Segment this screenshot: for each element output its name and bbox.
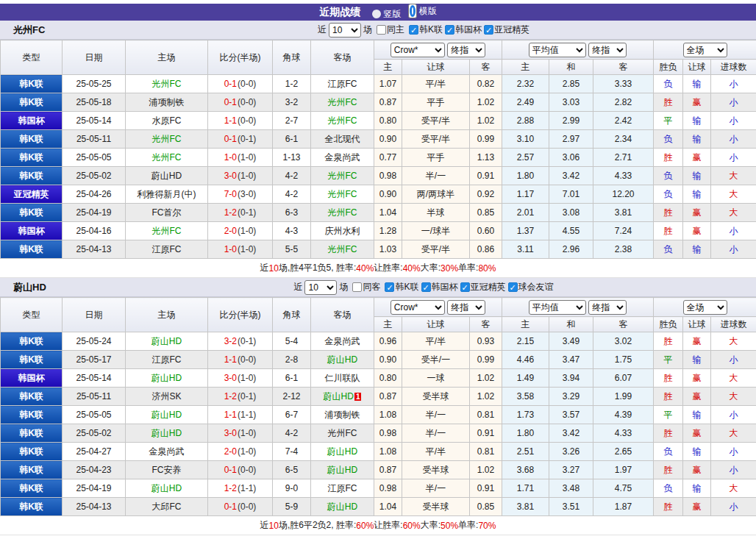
- goals-result-cell: 小: [711, 443, 756, 461]
- away-odds-cell: 0.81: [470, 443, 502, 461]
- col-odds-home: 主: [374, 317, 402, 332]
- odds-company-select[interactable]: Crow*: [391, 300, 445, 315]
- average-select[interactable]: 平均值: [529, 300, 586, 315]
- away-team: 光州FC: [328, 189, 357, 199]
- league-filter-checkbox[interactable]: 韩国杯: [445, 24, 482, 36]
- away-team-cell: 蔚山HD: [311, 461, 374, 479]
- date-cell: 25-05-02: [63, 167, 126, 185]
- average-group-header: 平均值 终指: [502, 298, 654, 317]
- handicap-result-cell: 赢: [683, 222, 711, 240]
- league-filter-checkbox[interactable]: 韩K联: [409, 24, 443, 36]
- away-odds-cell: 0.99: [470, 130, 502, 149]
- red-card-badge: 1: [354, 393, 362, 401]
- average-time-select[interactable]: 终指: [588, 300, 627, 315]
- fulltime-score: 3-2: [224, 336, 237, 346]
- avg-away-cell: 3.02: [593, 332, 654, 351]
- halftime-score: (0-0): [238, 465, 256, 475]
- result-cell: 负: [654, 240, 683, 259]
- corner-cell: 6-5: [273, 461, 311, 479]
- avg-away-cell: 2.34: [593, 130, 654, 149]
- odds-time-select[interactable]: 终指: [447, 300, 485, 315]
- fullmatch-select[interactable]: 全场: [683, 300, 727, 315]
- result-cell: 胜: [654, 93, 683, 112]
- home-team: FC安养: [152, 465, 182, 475]
- avg-away-cell: 1.97: [593, 461, 654, 479]
- match-row: 亚冠精英 25-04-26 利雅得新月(中) 7-0(3-0) 4-2 光州FC…: [1, 185, 756, 204]
- league-filter-checkbox[interactable]: 球会友谊: [508, 281, 554, 293]
- date-cell: 25-05-11: [63, 130, 126, 149]
- col-avg-away: 客: [593, 317, 654, 332]
- goals-result-cell: 小: [711, 130, 756, 149]
- avg-draw-cell: 4.55: [549, 222, 593, 240]
- avg-home-cell: 3.81: [502, 498, 549, 516]
- league-filter-checkbox[interactable]: 亚冠精英: [460, 281, 506, 293]
- league-filter-checkbox[interactable]: 韩K联: [385, 281, 418, 293]
- home-team: 江原FC: [152, 354, 182, 365]
- home-team-cell: FC安养: [126, 461, 208, 479]
- away-team-cell: 金泉尚武: [311, 332, 374, 351]
- avg-draw-cell: 3.27: [549, 461, 593, 479]
- avg-home-cell: 1.71: [502, 479, 549, 498]
- goals-result-cell: 大: [711, 424, 756, 443]
- layout-radio[interactable]: 竖版: [372, 8, 401, 21]
- odds-company-select[interactable]: Crow*: [391, 43, 445, 57]
- corner-cell: 6-1: [273, 369, 311, 388]
- home-team-cell: 蔚山HD: [126, 479, 208, 498]
- corner-cell: 2-8: [273, 351, 311, 369]
- score-cell: 0-1(0-1): [208, 130, 273, 149]
- col-odds-away: 客: [470, 317, 502, 332]
- league-type-cell: 韩K联: [1, 149, 63, 167]
- match-count-select[interactable]: 10: [329, 23, 361, 38]
- home-team: 蔚山HD: [151, 373, 182, 383]
- halftime-score: (0-1): [238, 207, 256, 218]
- fulltime-score: 1-0: [224, 152, 237, 163]
- league-filter-checkbox[interactable]: 韩国杯: [421, 281, 458, 293]
- match-row: 韩K联 25-04-13 江原FC 1-0(1-0) 5-5 光州FC 1.03…: [1, 240, 756, 259]
- avg-home-cell: 3.68: [502, 461, 549, 479]
- same-venue-filter[interactable]: 同主: [377, 24, 404, 36]
- home-odds-cell: 0.80: [374, 112, 402, 130]
- home-team-cell: 蔚山HD: [126, 167, 208, 185]
- avg-home-cell: 2.01: [502, 204, 549, 222]
- avg-away-cell: 1.75: [593, 351, 654, 369]
- result-cell: 负: [654, 443, 683, 461]
- date-cell: 25-05-14: [63, 112, 126, 130]
- fullmatch-select[interactable]: 全场: [683, 43, 727, 57]
- avg-draw-cell: 3.03: [549, 93, 593, 112]
- away-odds-cell: 0.81: [470, 406, 502, 424]
- score-cell: 7-0(3-0): [208, 185, 273, 204]
- score-cell: 0-1(0-0): [208, 75, 273, 93]
- away-team: 蔚山HD: [324, 391, 354, 401]
- match-row: 韩K联 25-05-17 江原FC 1-1(0-0) 2-8 蔚山HD 0.90…: [1, 351, 756, 369]
- fulltime-score: 0-1: [224, 501, 237, 512]
- avg-home-cell: 1.73: [502, 406, 549, 424]
- avg-away-cell: 2.82: [593, 93, 654, 112]
- corner-cell: 4-3: [273, 222, 311, 240]
- summary-segment: 单率:: [458, 519, 478, 532]
- match-count-select[interactable]: 10: [304, 280, 337, 295]
- league-filter-group: 韩K联 韩国杯 亚冠精英: [407, 24, 529, 36]
- result-cell: 胜: [654, 388, 683, 406]
- league-type-cell: 韩K联: [1, 479, 63, 498]
- handicap-result-cell: 赢: [683, 388, 711, 406]
- home-odds-cell: 0.98: [374, 424, 402, 443]
- away-odds-cell: 0.91: [470, 424, 502, 443]
- goals-result-cell: 大: [711, 204, 756, 222]
- halftime-score: (0-0): [238, 79, 256, 89]
- handicap-line-cell: 一球: [402, 369, 470, 388]
- layout-radio[interactable]: 横版: [408, 4, 437, 18]
- score-cell: 2-0(1-0): [208, 443, 273, 461]
- league-filter-checkbox[interactable]: 亚冠精英: [484, 24, 529, 36]
- result-cell: 平: [654, 351, 683, 369]
- average-time-select[interactable]: 终指: [588, 43, 627, 57]
- away-odds-cell: 1.02: [470, 369, 502, 388]
- avg-home-cell: 1.80: [502, 167, 549, 185]
- home-team: 浦项制铁: [149, 97, 185, 107]
- odds-time-select[interactable]: 终指: [447, 43, 485, 57]
- league-type-cell: 韩K联: [1, 388, 63, 406]
- away-team-cell: 光州FC: [311, 424, 374, 443]
- match-row: 韩K联 25-04-19 FC首尔 1-2(0-1) 6-3 光州FC 1.04…: [1, 204, 756, 222]
- same-venue-filter[interactable]: 同客: [352, 281, 380, 293]
- col-handicap-result: 让球: [683, 60, 711, 75]
- average-select[interactable]: 平均值: [529, 43, 586, 57]
